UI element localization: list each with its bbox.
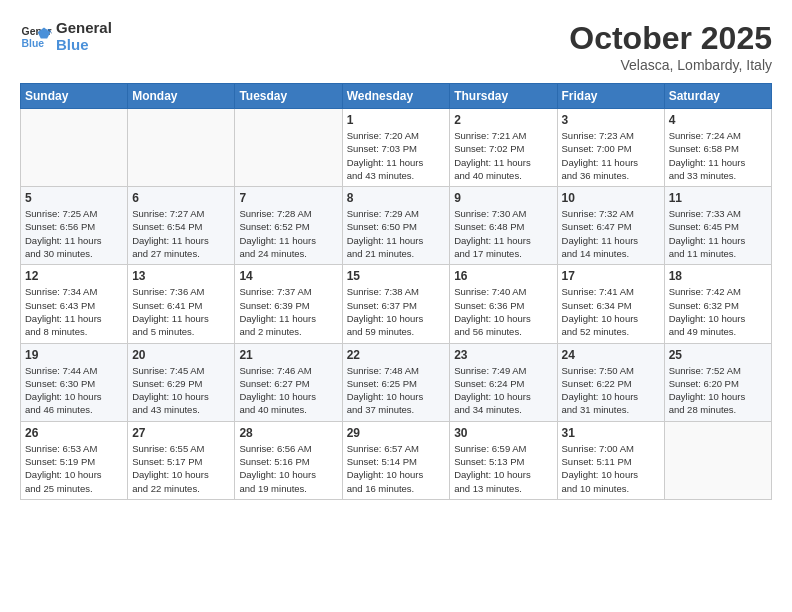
day-info: Sunrise: 7:23 AM Sunset: 7:00 PM Dayligh… [562,129,660,182]
calendar-cell: 9Sunrise: 7:30 AM Sunset: 6:48 PM Daylig… [450,187,557,265]
calendar-cell: 30Sunrise: 6:59 AM Sunset: 5:13 PM Dayli… [450,421,557,499]
calendar-cell: 24Sunrise: 7:50 AM Sunset: 6:22 PM Dayli… [557,343,664,421]
calendar-cell: 15Sunrise: 7:38 AM Sunset: 6:37 PM Dayli… [342,265,450,343]
day-info: Sunrise: 7:25 AM Sunset: 6:56 PM Dayligh… [25,207,123,260]
day-info: Sunrise: 6:55 AM Sunset: 5:17 PM Dayligh… [132,442,230,495]
calendar-cell [128,109,235,187]
location: Velasca, Lombardy, Italy [569,57,772,73]
calendar-cell: 19Sunrise: 7:44 AM Sunset: 6:30 PM Dayli… [21,343,128,421]
day-info: Sunrise: 7:38 AM Sunset: 6:37 PM Dayligh… [347,285,446,338]
day-number: 21 [239,348,337,362]
day-info: Sunrise: 7:46 AM Sunset: 6:27 PM Dayligh… [239,364,337,417]
day-info: Sunrise: 7:00 AM Sunset: 5:11 PM Dayligh… [562,442,660,495]
logo: General Blue General Blue [20,20,112,53]
calendar-table: SundayMondayTuesdayWednesdayThursdayFrid… [20,83,772,500]
calendar-week-row: 12Sunrise: 7:34 AM Sunset: 6:43 PM Dayli… [21,265,772,343]
weekday-header: Saturday [664,84,771,109]
day-info: Sunrise: 7:49 AM Sunset: 6:24 PM Dayligh… [454,364,552,417]
calendar-cell: 12Sunrise: 7:34 AM Sunset: 6:43 PM Dayli… [21,265,128,343]
day-number: 8 [347,191,446,205]
day-info: Sunrise: 6:53 AM Sunset: 5:19 PM Dayligh… [25,442,123,495]
day-number: 25 [669,348,767,362]
day-number: 27 [132,426,230,440]
calendar-cell: 17Sunrise: 7:41 AM Sunset: 6:34 PM Dayli… [557,265,664,343]
calendar-cell: 7Sunrise: 7:28 AM Sunset: 6:52 PM Daylig… [235,187,342,265]
day-info: Sunrise: 7:29 AM Sunset: 6:50 PM Dayligh… [347,207,446,260]
day-number: 1 [347,113,446,127]
calendar-cell: 21Sunrise: 7:46 AM Sunset: 6:27 PM Dayli… [235,343,342,421]
calendar-cell: 29Sunrise: 6:57 AM Sunset: 5:14 PM Dayli… [342,421,450,499]
calendar-cell: 25Sunrise: 7:52 AM Sunset: 6:20 PM Dayli… [664,343,771,421]
day-info: Sunrise: 7:20 AM Sunset: 7:03 PM Dayligh… [347,129,446,182]
calendar-cell: 20Sunrise: 7:45 AM Sunset: 6:29 PM Dayli… [128,343,235,421]
day-info: Sunrise: 7:42 AM Sunset: 6:32 PM Dayligh… [669,285,767,338]
day-info: Sunrise: 7:27 AM Sunset: 6:54 PM Dayligh… [132,207,230,260]
day-info: Sunrise: 7:48 AM Sunset: 6:25 PM Dayligh… [347,364,446,417]
weekday-header: Friday [557,84,664,109]
calendar-cell: 16Sunrise: 7:40 AM Sunset: 6:36 PM Dayli… [450,265,557,343]
weekday-header: Wednesday [342,84,450,109]
day-number: 10 [562,191,660,205]
day-number: 3 [562,113,660,127]
day-number: 18 [669,269,767,283]
day-info: Sunrise: 7:50 AM Sunset: 6:22 PM Dayligh… [562,364,660,417]
day-number: 12 [25,269,123,283]
day-info: Sunrise: 7:30 AM Sunset: 6:48 PM Dayligh… [454,207,552,260]
day-number: 31 [562,426,660,440]
day-info: Sunrise: 7:24 AM Sunset: 6:58 PM Dayligh… [669,129,767,182]
calendar-header-row: SundayMondayTuesdayWednesdayThursdayFrid… [21,84,772,109]
day-info: Sunrise: 7:44 AM Sunset: 6:30 PM Dayligh… [25,364,123,417]
day-info: Sunrise: 7:45 AM Sunset: 6:29 PM Dayligh… [132,364,230,417]
day-number: 11 [669,191,767,205]
calendar-cell [664,421,771,499]
calendar-cell: 13Sunrise: 7:36 AM Sunset: 6:41 PM Dayli… [128,265,235,343]
calendar-cell: 26Sunrise: 6:53 AM Sunset: 5:19 PM Dayli… [21,421,128,499]
weekday-header: Sunday [21,84,128,109]
day-number: 28 [239,426,337,440]
calendar-week-row: 1Sunrise: 7:20 AM Sunset: 7:03 PM Daylig… [21,109,772,187]
day-number: 17 [562,269,660,283]
day-number: 14 [239,269,337,283]
calendar-week-row: 5Sunrise: 7:25 AM Sunset: 6:56 PM Daylig… [21,187,772,265]
calendar-cell: 3Sunrise: 7:23 AM Sunset: 7:00 PM Daylig… [557,109,664,187]
day-number: 24 [562,348,660,362]
calendar-cell: 22Sunrise: 7:48 AM Sunset: 6:25 PM Dayli… [342,343,450,421]
logo-icon: General Blue [20,21,52,53]
day-info: Sunrise: 7:32 AM Sunset: 6:47 PM Dayligh… [562,207,660,260]
day-number: 7 [239,191,337,205]
day-info: Sunrise: 7:52 AM Sunset: 6:20 PM Dayligh… [669,364,767,417]
calendar-week-row: 19Sunrise: 7:44 AM Sunset: 6:30 PM Dayli… [21,343,772,421]
calendar-cell: 11Sunrise: 7:33 AM Sunset: 6:45 PM Dayli… [664,187,771,265]
day-info: Sunrise: 7:33 AM Sunset: 6:45 PM Dayligh… [669,207,767,260]
day-number: 4 [669,113,767,127]
day-number: 29 [347,426,446,440]
day-number: 30 [454,426,552,440]
title-block: October 2025 Velasca, Lombardy, Italy [569,20,772,73]
weekday-header: Tuesday [235,84,342,109]
month-title: October 2025 [569,20,772,57]
logo-general: General [56,20,112,37]
calendar-cell: 5Sunrise: 7:25 AM Sunset: 6:56 PM Daylig… [21,187,128,265]
calendar-cell: 10Sunrise: 7:32 AM Sunset: 6:47 PM Dayli… [557,187,664,265]
day-info: Sunrise: 7:34 AM Sunset: 6:43 PM Dayligh… [25,285,123,338]
day-number: 26 [25,426,123,440]
day-info: Sunrise: 7:41 AM Sunset: 6:34 PM Dayligh… [562,285,660,338]
day-number: 5 [25,191,123,205]
day-info: Sunrise: 7:28 AM Sunset: 6:52 PM Dayligh… [239,207,337,260]
day-info: Sunrise: 7:37 AM Sunset: 6:39 PM Dayligh… [239,285,337,338]
calendar-cell: 14Sunrise: 7:37 AM Sunset: 6:39 PM Dayli… [235,265,342,343]
calendar-cell: 8Sunrise: 7:29 AM Sunset: 6:50 PM Daylig… [342,187,450,265]
calendar-cell: 1Sunrise: 7:20 AM Sunset: 7:03 PM Daylig… [342,109,450,187]
day-info: Sunrise: 6:57 AM Sunset: 5:14 PM Dayligh… [347,442,446,495]
calendar-cell [21,109,128,187]
day-number: 15 [347,269,446,283]
day-number: 19 [25,348,123,362]
calendar-cell: 27Sunrise: 6:55 AM Sunset: 5:17 PM Dayli… [128,421,235,499]
calendar-week-row: 26Sunrise: 6:53 AM Sunset: 5:19 PM Dayli… [21,421,772,499]
day-info: Sunrise: 6:56 AM Sunset: 5:16 PM Dayligh… [239,442,337,495]
weekday-header: Monday [128,84,235,109]
day-number: 6 [132,191,230,205]
day-info: Sunrise: 7:40 AM Sunset: 6:36 PM Dayligh… [454,285,552,338]
calendar-cell: 6Sunrise: 7:27 AM Sunset: 6:54 PM Daylig… [128,187,235,265]
day-info: Sunrise: 7:21 AM Sunset: 7:02 PM Dayligh… [454,129,552,182]
